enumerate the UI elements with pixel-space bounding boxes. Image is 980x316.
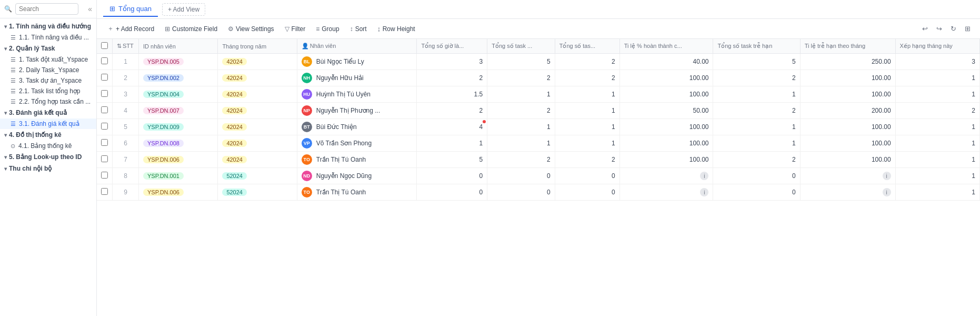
table-row: 2 YSP.DN.002 42024 NH Nguyễn Hữu Hải 2 2…: [97, 70, 980, 86]
ti-le-hoan-cell: 50.00: [619, 103, 713, 119]
collapse-sidebar-button[interactable]: «: [88, 5, 92, 13]
row-num: 1: [113, 54, 139, 70]
sidebar-item-s1-1[interactable]: ☰1.1. Tính năng và điều ...: [0, 32, 96, 43]
tong-gio-cell: 2: [417, 70, 487, 86]
sidebar-item-s2-4[interactable]: ☰2.1. Task list tổng hợp: [0, 86, 96, 96]
row-checkbox[interactable]: [101, 139, 108, 146]
filter-button[interactable]: ▽ Filter: [281, 23, 310, 35]
sidebar-item-s2-3[interactable]: ☰3. Task dự án_Yspace: [0, 75, 96, 86]
row-checkbox-cell: [97, 70, 113, 86]
grid-icon: ⊞: [109, 5, 115, 13]
plus-icon: ＋: [107, 24, 114, 33]
tong-task-tre-cell: 2: [713, 70, 800, 86]
row-checkbox-cell: [97, 103, 113, 119]
row-num: 5: [113, 119, 139, 135]
sort-icon: ⇅: [117, 43, 122, 49]
row-num: 6: [113, 135, 139, 152]
nhan-vien-name: Bùi Ngọc Tiểu Ly: [316, 58, 364, 65]
thang-badge: 42024: [222, 91, 247, 98]
row-checkbox[interactable]: [101, 188, 108, 195]
row-checkbox[interactable]: [101, 123, 108, 130]
sidebar-section-s2[interactable]: ▾2. Quản lý Task: [0, 43, 96, 54]
table-header-row: ⇅STT ID nhân viên Tháng trong năm 👤Nhân …: [97, 39, 980, 54]
avatar: NH: [302, 73, 312, 83]
row-height-button[interactable]: ↨ Row Height: [373, 23, 419, 35]
id-badge: YSP.DN.005: [143, 58, 184, 65]
expand-button[interactable]: ⊞: [962, 23, 974, 35]
id-nv-cell: YSP.DN.004: [139, 86, 218, 103]
table-row: 9 YSP.DN.006 52024 TO Trần Thị Tú Oanh 0…: [97, 184, 980, 201]
sidebar-item-s2-5[interactable]: ☰2.2. Tổng hợp task cần ...: [0, 96, 96, 107]
ti-le-hoan-cell: 100.00: [619, 70, 713, 86]
group-button[interactable]: ≡ Group: [312, 23, 343, 35]
sidebar-item-s2-1[interactable]: ☰1. Task đột xuất_Yspace: [0, 54, 96, 65]
tong-gio-cell: 2: [417, 103, 487, 119]
tong-task1-cell: 1: [487, 135, 555, 152]
add-view-button[interactable]: + Add View: [162, 3, 205, 16]
row-checkbox[interactable]: [101, 74, 108, 81]
page-icon: ☰: [11, 121, 16, 127]
ti-le-tre-cell: 100.00: [800, 119, 895, 135]
redo-button[interactable]: ↪: [933, 23, 945, 35]
nhan-vien-name: Võ Trần Sơn Phong: [316, 140, 372, 147]
sort-icon: ↕: [350, 25, 353, 33]
sidebar-item-s4-1[interactable]: ⊙4.1. Bảng thống kê: [0, 141, 96, 151]
col-tong-gio: Tổng số giờ là...: [417, 39, 487, 54]
xep-hang-cell: 1: [895, 86, 979, 103]
col-id-nv: ID nhân viên: [139, 39, 218, 54]
view-settings-button[interactable]: ⚙ View Settings: [224, 23, 278, 35]
ti-le-hoan-cell: 100.00: [619, 152, 713, 168]
toolbar: ＋ + Add Record ⊞ Customize Field ⚙ View …: [97, 19, 980, 39]
search-input[interactable]: [15, 3, 78, 15]
row-checkbox[interactable]: [101, 57, 108, 64]
tab-tong-quan[interactable]: ⊞ Tổng quan: [103, 2, 158, 17]
row-checkbox[interactable]: [101, 172, 108, 179]
customize-icon: ⊞: [165, 25, 170, 33]
id-badge: YSP.DN.006: [143, 156, 184, 163]
tab-label: Tổng quan: [118, 5, 152, 13]
xep-hang-cell: 1: [895, 119, 979, 135]
redo2-button[interactable]: ↻: [947, 23, 959, 35]
row-num: 4: [113, 103, 139, 119]
add-record-button[interactable]: ＋ + Add Record: [103, 22, 158, 35]
xep-hang-cell: 1: [895, 184, 979, 201]
avatar: TO: [302, 154, 312, 165]
nhan-vien-name: Nguyễn Hữu Hải: [316, 74, 364, 82]
thang-cell: 42024: [218, 86, 297, 103]
tong-task-tre-cell: 1: [713, 86, 800, 103]
sidebar-item-s2-2[interactable]: ☰2. Daily Task_Yspace: [0, 65, 96, 75]
row-checkbox[interactable]: [101, 155, 108, 162]
thang-badge: 52024: [222, 172, 247, 180]
sidebar-section-s4[interactable]: ▾4. Đồ thị thống kê: [0, 129, 96, 141]
sidebar-item-s3-1[interactable]: ☰3.1. Đánh giá kết quả: [0, 118, 96, 129]
row-checkbox[interactable]: [101, 90, 108, 97]
filter-label: Filter: [292, 25, 306, 33]
table-row: 3 YSP.DN.004 42024 HU Huỳnh Thị Tú Uyên …: [97, 86, 980, 103]
row-num: 7: [113, 152, 139, 168]
thang-badge: 42024: [222, 107, 247, 114]
undo-button[interactable]: ↩: [919, 23, 931, 35]
page-icon: ⊙: [11, 143, 15, 150]
row-checkbox[interactable]: [101, 106, 108, 113]
main-content: ⊞ Tổng quan + Add View ＋ + Add Record ⊞ …: [97, 0, 980, 316]
nhan-vien-name: Trần Thị Tú Oanh: [316, 156, 366, 163]
tong-task1-cell: 5: [487, 54, 555, 70]
ti-le-tre-cell: 100.00: [800, 152, 895, 168]
sidebar-section-s3[interactable]: ▾3. Đánh giá kết quả: [0, 107, 96, 118]
sidebar-section-s6[interactable]: ▾Thu chi nội bộ: [0, 163, 96, 174]
row-num: 2: [113, 70, 139, 86]
tong-task2-cell: 2: [555, 70, 619, 86]
col-nhan-vien: 👤Nhân viên: [297, 39, 417, 54]
thang-badge: 42024: [222, 58, 247, 65]
tong-gio-cell: 4: [417, 119, 487, 135]
sort-button[interactable]: ↕ Sort: [346, 23, 371, 35]
select-all-checkbox[interactable]: [101, 42, 108, 49]
thang-badge: 42024: [222, 123, 247, 131]
arrow-icon: ▾: [4, 46, 7, 52]
sidebar-section-s5[interactable]: ▾5. Bảng Look-up theo ID: [0, 151, 96, 163]
sidebar-section-s1[interactable]: ▾1. Tính năng và điều hướng: [0, 21, 96, 32]
tong-task1-cell: 0: [487, 168, 555, 184]
row-checkbox-cell: [97, 168, 113, 184]
ti-le-tre-cell: i: [800, 184, 895, 201]
customize-field-button[interactable]: ⊞ Customize Field: [161, 23, 222, 35]
